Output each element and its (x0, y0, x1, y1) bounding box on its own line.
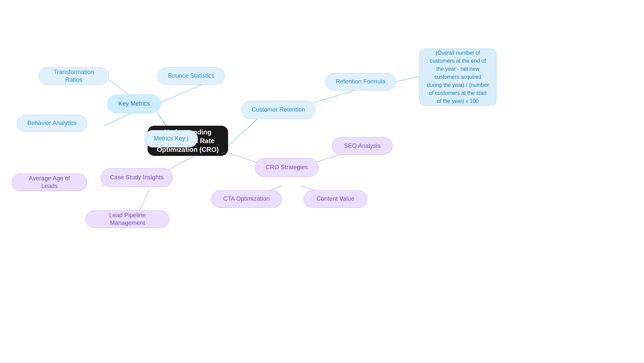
metrics-key-node: Metrics Key | (144, 130, 198, 147)
cta-optimization-node: CTA Optimization (211, 190, 282, 208)
customer-retention-node: Customer Retention (241, 101, 315, 119)
svg-line-5 (228, 118, 258, 146)
case-study-insights-node: Case Study Insights (101, 168, 173, 187)
key-metrics-node: Key Metrics (107, 95, 161, 113)
lead-pipeline-management-node: Lead Pipeline Management (86, 210, 169, 228)
seo-analysis-node: SEO Analysis (332, 137, 392, 155)
svg-line-3 (104, 113, 131, 126)
bounce-statistics-node: Bounce Statistics (158, 67, 225, 85)
content-value-node: Content Value (304, 190, 367, 208)
cro-strategies-node: CRO Strategies (255, 158, 319, 177)
average-age-of-leads-node: Average Age of Leads (12, 174, 87, 191)
transformation-ratios-node: Transformation Ratios (39, 67, 109, 85)
behavior-analytics-node: Behavior Analytics (17, 115, 87, 132)
retention-formula-node: Retention Formula (325, 73, 396, 90)
svg-line-7 (396, 76, 419, 82)
retention-formula-info-node: (Overall number of customers at the end … (419, 49, 496, 106)
